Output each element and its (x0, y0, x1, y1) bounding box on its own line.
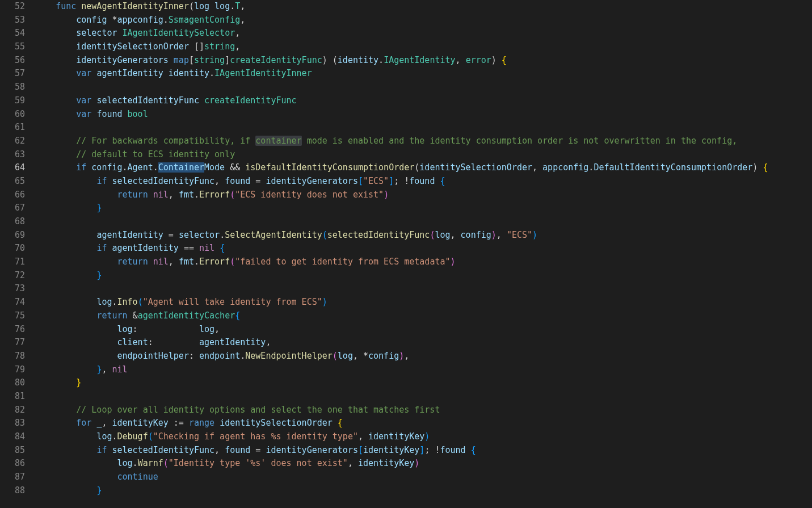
line-number: 81 (0, 390, 25, 404)
line-number: 70 (0, 242, 25, 255)
line-number: 61 (0, 121, 25, 135)
code-line[interactable]: client: agentIdentity, (35, 336, 812, 350)
line-number: 84 (0, 430, 25, 444)
code-line[interactable]: return nil, fmt.Errorf("ECS identity doe… (35, 188, 812, 202)
line-number: 86 (0, 457, 25, 471)
line-number: 54 (0, 27, 25, 40)
line-number: 66 (0, 188, 25, 202)
line-number: 87 (0, 471, 25, 484)
code-line[interactable]: if config.Agent.ContainerMode && isDefau… (35, 161, 812, 175)
line-number: 62 (0, 135, 25, 148)
line-number: 63 (0, 148, 25, 162)
code-line[interactable]: } (35, 484, 812, 498)
line-number: 88 (0, 484, 25, 498)
line-number: 57 (0, 67, 25, 81)
code-line[interactable]: log: log, (35, 323, 812, 337)
line-number-gutter: 5253545556575859606162636465666768697071… (0, 0, 35, 508)
code-line[interactable] (35, 121, 812, 135)
line-number: 79 (0, 363, 25, 377)
line-number: 68 (0, 215, 25, 229)
code-line[interactable]: selector IAgentIdentitySelector, (35, 27, 812, 40)
code-line[interactable] (35, 81, 812, 94)
code-line[interactable]: agentIdentity = selector.SelectAgentIden… (35, 229, 812, 242)
code-line[interactable]: log.Debugf("Checking if agent has %s ide… (35, 430, 812, 444)
code-line[interactable]: log.Info("Agent will take identity from … (35, 296, 812, 309)
code-line[interactable]: return &agentIdentityCacher{ (35, 309, 812, 323)
code-line[interactable]: return nil, fmt.Errorf("failed to get id… (35, 255, 812, 269)
code-line[interactable]: for _, identityKey := range identitySele… (35, 417, 812, 430)
line-number: 78 (0, 350, 25, 363)
code-line[interactable]: } (35, 269, 812, 283)
line-number: 60 (0, 108, 25, 121)
code-line[interactable]: var selectedIdentityFunc createIdentityF… (35, 94, 812, 108)
line-number: 58 (0, 81, 25, 94)
line-number: 80 (0, 376, 25, 390)
text-selection: Container (158, 162, 204, 173)
line-number: 59 (0, 94, 25, 108)
code-line[interactable]: continue (35, 471, 812, 484)
line-number: 73 (0, 282, 25, 296)
line-number: 76 (0, 323, 25, 337)
code-line[interactable]: if selectedIdentityFunc, found = identit… (35, 444, 812, 457)
code-line[interactable]: endpointHelper: endpoint.NewEndpointHelp… (35, 350, 812, 363)
line-number: 65 (0, 175, 25, 188)
code-line[interactable]: }, nil (35, 363, 812, 377)
code-line[interactable] (35, 390, 812, 404)
line-number: 56 (0, 54, 25, 68)
code-line[interactable]: } (35, 201, 812, 215)
code-line[interactable]: config *appconfig.SsmagentConfig, (35, 14, 812, 27)
code-line[interactable]: identitySelectionOrder []string, (35, 40, 812, 54)
code-line[interactable]: if agentIdentity == nil { (35, 242, 812, 255)
code-line[interactable] (35, 215, 812, 229)
line-number: 77 (0, 336, 25, 350)
code-line[interactable]: var found bool (35, 108, 812, 121)
code-line[interactable]: // For backwards compatibility, if conta… (35, 135, 812, 148)
line-number: 53 (0, 14, 25, 27)
line-number: 82 (0, 404, 25, 417)
code-editor[interactable]: 5253545556575859606162636465666768697071… (0, 0, 812, 508)
line-number: 72 (0, 269, 25, 283)
line-number: 75 (0, 309, 25, 323)
line-number: 71 (0, 255, 25, 269)
code-line[interactable]: var agentIdentity identity.IAgentIdentit… (35, 67, 812, 81)
code-area[interactable]: func newAgentIdentityInner(log log.T, co… (35, 0, 812, 508)
line-number: 64 (0, 161, 25, 175)
line-number: 85 (0, 444, 25, 457)
line-number: 55 (0, 40, 25, 54)
word-highlight: container (255, 136, 301, 146)
line-number: 74 (0, 296, 25, 309)
code-line[interactable] (35, 282, 812, 296)
code-line[interactable]: // default to ECS identity only (35, 148, 812, 162)
line-number: 69 (0, 229, 25, 242)
line-number: 67 (0, 201, 25, 215)
code-line[interactable]: func newAgentIdentityInner(log log.T, (35, 0, 812, 14)
code-line[interactable]: if selectedIdentityFunc, found = identit… (35, 175, 812, 188)
code-line[interactable]: } (35, 376, 812, 390)
code-line[interactable]: // Loop over all identity options and se… (35, 404, 812, 417)
code-line[interactable]: identityGenerators map[string]createIden… (35, 54, 812, 68)
line-number: 52 (0, 0, 25, 14)
code-line[interactable]: log.Warnf("Identity type '%s' does not e… (35, 457, 812, 471)
line-number: 83 (0, 417, 25, 430)
